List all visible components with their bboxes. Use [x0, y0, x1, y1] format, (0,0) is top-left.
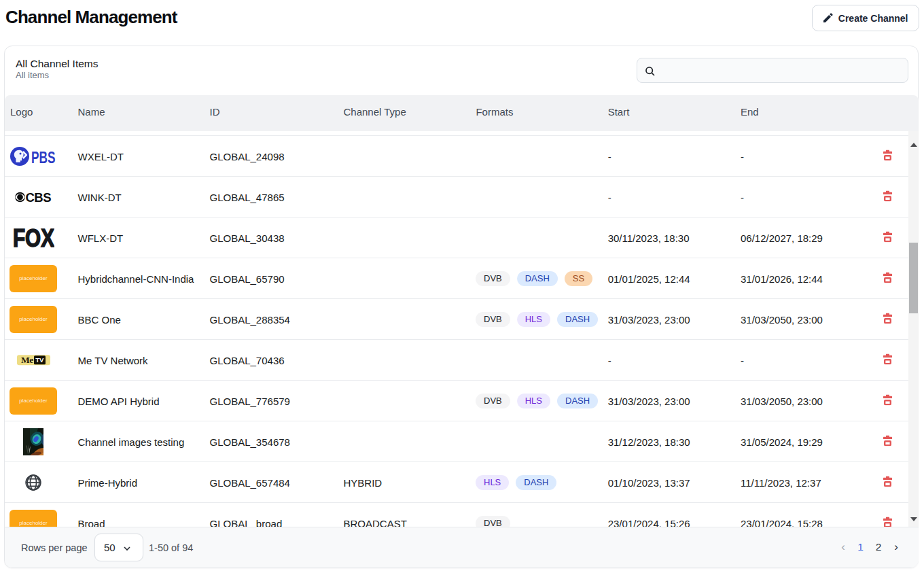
svg-text:FOX: FOX	[13, 228, 54, 247]
svg-text:PBS: PBS	[31, 147, 56, 166]
svg-text:CBS: CBS	[26, 190, 52, 204]
